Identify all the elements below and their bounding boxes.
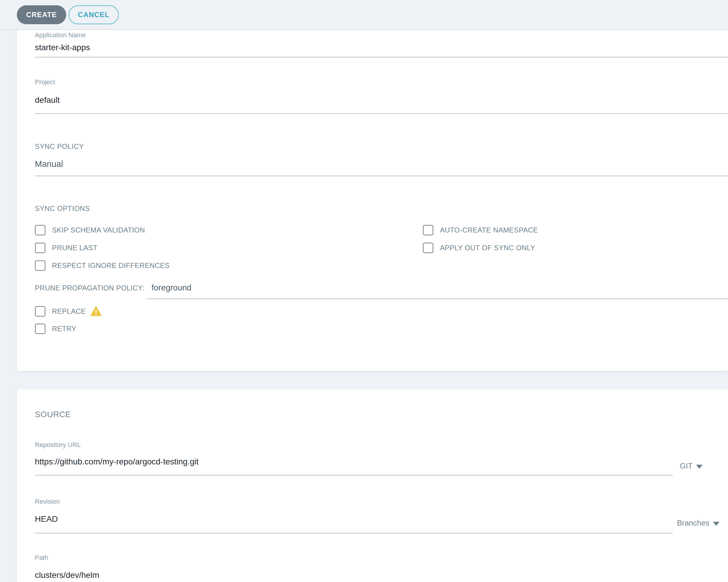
- path-label: Path: [35, 554, 48, 561]
- repo-type-dropdown-label: GIT: [680, 461, 693, 471]
- revision-label: Revision: [35, 498, 60, 505]
- skip-schema-validation-option[interactable]: SKIP SCHEMA VALIDATION: [35, 225, 145, 235]
- repository-url-input[interactable]: https://github.com/my-repo/argocd-testin…: [35, 457, 199, 467]
- general-section-card: Application Name starter-kit-apps Projec…: [17, 30, 728, 371]
- prune-propagation-policy-label: PRUNE PROPAGATION POLICY:: [35, 284, 145, 292]
- sync-policy-header: SYNC POLICY: [35, 143, 84, 150]
- chevron-down-icon: [696, 465, 703, 469]
- checkbox-label: APPLY OUT OF SYNC ONLY: [440, 244, 535, 252]
- field-underline: [35, 57, 728, 58]
- field-underline: [35, 533, 673, 533]
- revision-type-dropdown-label: Branches: [677, 519, 709, 528]
- replace-checkbox[interactable]: [35, 306, 46, 317]
- cancel-button[interactable]: CANCEL: [69, 5, 119, 24]
- checkbox-label: AUTO-CREATE NAMESPACE: [440, 226, 538, 234]
- field-underline: [147, 298, 728, 299]
- respect-ignore-differences-checkbox[interactable]: [35, 260, 46, 271]
- field-underline: [35, 176, 728, 176]
- repository-url-label: Repository URL: [35, 441, 81, 448]
- apply-out-of-sync-only-checkbox[interactable]: [423, 242, 434, 253]
- auto-create-namespace-checkbox[interactable]: [423, 225, 434, 235]
- prune-last-checkbox[interactable]: [35, 242, 46, 253]
- toolbar: CREATE CANCEL: [0, 0, 728, 30]
- source-section-card: SOURCE Repository URL https://github.com…: [17, 389, 728, 582]
- path-input[interactable]: clusters/dev/helm: [35, 571, 99, 580]
- prune-last-option[interactable]: PRUNE LAST: [35, 242, 98, 253]
- replace-option[interactable]: REPLACE: [35, 306, 102, 317]
- source-header: SOURCE: [35, 411, 71, 418]
- checkbox-label: REPLACE: [52, 307, 86, 316]
- chevron-down-icon: [713, 522, 720, 526]
- respect-ignore-differences-option[interactable]: RESPECT IGNORE DIFFERENCES: [35, 260, 170, 271]
- field-underline: [35, 113, 728, 114]
- retry-option[interactable]: RETRY: [35, 323, 76, 334]
- sync-policy-select[interactable]: Manual: [35, 159, 63, 169]
- revision-input[interactable]: HEAD: [35, 514, 58, 524]
- checkbox-label: PRUNE LAST: [52, 244, 98, 252]
- prune-propagation-policy-row: PRUNE PROPAGATION POLICY: foreground: [35, 283, 191, 292]
- field-underline: [35, 475, 673, 476]
- checkbox-label: RESPECT IGNORE DIFFERENCES: [52, 261, 170, 270]
- skip-schema-validation-checkbox[interactable]: [35, 225, 46, 235]
- auto-create-namespace-option[interactable]: AUTO-CREATE NAMESPACE: [423, 225, 538, 235]
- prune-propagation-policy-select[interactable]: foreground: [152, 283, 191, 292]
- repo-type-dropdown[interactable]: GIT: [680, 461, 703, 471]
- checkbox-label: RETRY: [52, 325, 76, 333]
- create-button[interactable]: CREATE: [17, 5, 66, 24]
- project-input[interactable]: default: [35, 96, 60, 105]
- apply-out-of-sync-only-option[interactable]: APPLY OUT OF SYNC ONLY: [423, 242, 535, 253]
- application-name-input[interactable]: starter-kit-apps: [35, 43, 90, 52]
- project-label: Project: [35, 79, 55, 86]
- sync-options-header: SYNC OPTIONS: [35, 205, 90, 212]
- retry-checkbox[interactable]: [35, 323, 46, 334]
- revision-type-dropdown[interactable]: Branches: [677, 519, 720, 528]
- checkbox-label: SKIP SCHEMA VALIDATION: [52, 226, 145, 234]
- application-name-label: Application Name: [35, 32, 86, 39]
- warning-icon: [90, 307, 102, 316]
